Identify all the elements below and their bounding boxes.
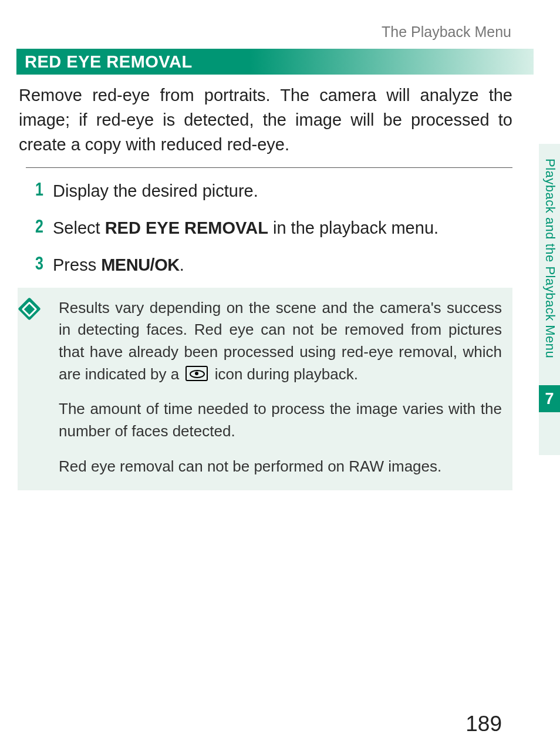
step-number: 1 xyxy=(29,180,50,198)
steps-list: 1 Display the desired picture. 2 Select … xyxy=(26,167,512,287)
step-1: 1 Display the desired picture. xyxy=(26,176,512,213)
step-number: 3 xyxy=(29,254,50,272)
side-label: Playback and the Playback Menu xyxy=(542,159,558,358)
step-text: Press MENU/OK. xyxy=(53,254,512,277)
note-paragraph-1: Results vary depending on the scene and … xyxy=(59,297,502,386)
chapter-tab: 7 xyxy=(539,385,560,412)
step-2: 2 Select RED EYE REMOVAL in the playback… xyxy=(26,213,512,250)
text-prefix: Press xyxy=(53,255,101,274)
step-number: 2 xyxy=(29,217,50,235)
note-paragraph-2: The amount of time needed to process the… xyxy=(59,398,502,442)
text-bold: RED EYE REMOVAL xyxy=(105,218,268,237)
text-suffix: in the playback menu. xyxy=(268,218,438,237)
step-3: 3 Press MENU/OK. xyxy=(26,250,512,287)
section-heading: RED EYE REMOVAL xyxy=(16,49,534,75)
step-text: Select RED EYE REMOVAL in the playback m… xyxy=(53,217,512,240)
note-icon xyxy=(18,297,41,321)
step-text: Display the desired picture. xyxy=(53,180,512,203)
note-text: icon during playback. xyxy=(210,365,357,383)
note-paragraph-3: Red eye removal can not be performed on … xyxy=(59,456,502,478)
text-prefix: Select xyxy=(53,218,105,237)
breadcrumb: The Playback Menu xyxy=(0,23,525,49)
intro-paragraph: Remove red-eye from portraits. The camer… xyxy=(0,75,525,167)
note-box: Results vary depending on the scene and … xyxy=(18,288,512,491)
page-number: 189 xyxy=(465,712,502,734)
eye-icon xyxy=(185,366,208,381)
side-panel: Playback and the Playback Menu 7 xyxy=(525,0,560,734)
text-bold: MENU/OK xyxy=(101,255,179,274)
text-suffix: . xyxy=(180,255,184,274)
